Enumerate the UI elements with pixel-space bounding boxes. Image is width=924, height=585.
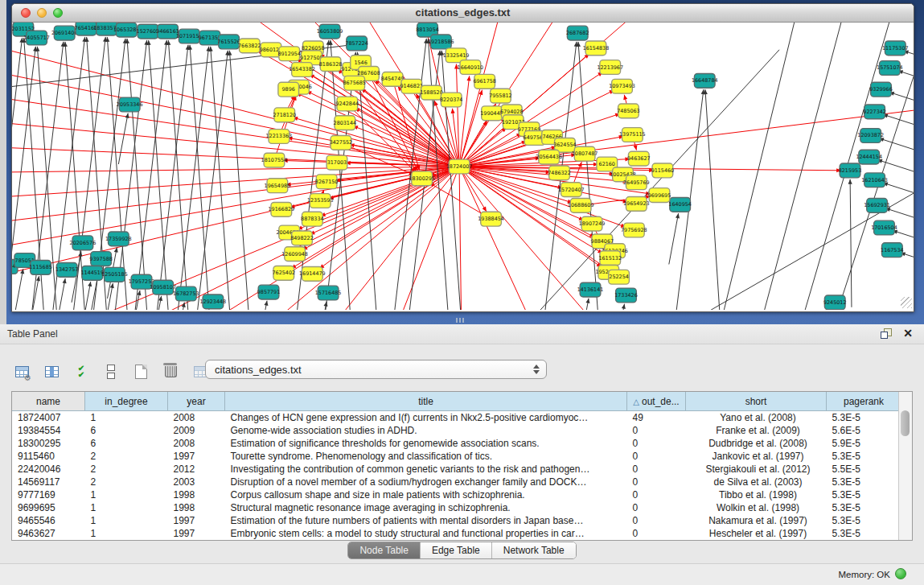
table-cell[interactable]: 5.3E-5 bbox=[827, 501, 901, 514]
table-cell[interactable]: 1998 bbox=[168, 488, 225, 501]
graph-node[interactable]: 9857791 bbox=[257, 285, 281, 299]
graph-node[interactable]: 1733426 bbox=[614, 288, 638, 303]
graph-node[interactable]: 15720407 bbox=[558, 183, 585, 197]
table-cell[interactable]: 18724007 bbox=[12, 411, 85, 425]
table-cell[interactable]: 5.3E-5 bbox=[827, 411, 901, 425]
table-cell[interactable]: Jankovic et al. (1997) bbox=[686, 450, 827, 463]
graph-node[interactable]: 79756928 bbox=[621, 223, 647, 237]
close-panel-icon[interactable]: ✕ bbox=[903, 327, 913, 340]
graph-node[interactable]: 17016504 bbox=[871, 220, 897, 235]
graph-node[interactable]: 19218586 bbox=[428, 35, 454, 49]
column-header-in_degree[interactable]: in_degree bbox=[85, 392, 168, 411]
table-cell[interactable]: 5.9E-5 bbox=[827, 437, 901, 450]
table-row[interactable]: 1938455462009Genome-wide association stu… bbox=[12, 424, 901, 437]
graph-node[interactable]: 9115460 bbox=[651, 163, 675, 178]
table-cell[interactable]: 1 bbox=[85, 488, 168, 501]
table-cell[interactable]: 1997 bbox=[168, 514, 225, 527]
graph-node[interactable]: 1144519 bbox=[80, 266, 104, 280]
graph-node[interactable]: 8912954 bbox=[277, 47, 301, 61]
table-cell[interactable]: Nakamura et al. (1997) bbox=[686, 514, 827, 527]
graph-edge[interactable] bbox=[341, 142, 414, 175]
table-cell[interactable]: 2012 bbox=[168, 463, 225, 476]
graph-node[interactable]: 7625402 bbox=[273, 266, 296, 280]
table-cell[interactable]: 5.3E-5 bbox=[827, 527, 901, 540]
graph-edge[interactable] bbox=[174, 47, 208, 310]
graph-edge[interactable] bbox=[55, 278, 65, 310]
graph-node[interactable]: 16053809 bbox=[317, 24, 343, 39]
graph-node[interactable]: 12353593 bbox=[307, 194, 334, 208]
table-cell[interactable]: 0 bbox=[627, 501, 686, 514]
graph-node[interactable]: 26495769 bbox=[623, 175, 650, 190]
graph-node[interactable]: 12213967 bbox=[597, 60, 623, 75]
float-panel-icon[interactable] bbox=[881, 328, 892, 339]
graph-node[interactable]: 252254 bbox=[609, 270, 630, 284]
toggle-rows-icon[interactable] bbox=[101, 361, 121, 382]
graph-node[interactable]: 12505185 bbox=[101, 267, 128, 282]
graph-node[interactable]: 8675685 bbox=[343, 76, 366, 90]
graph-node[interactable]: 11175307 bbox=[882, 41, 909, 56]
graph-node[interactable]: 8220374 bbox=[440, 93, 463, 107]
graph-node[interactable]: 16648784 bbox=[692, 73, 718, 88]
graph-node[interactable]: 8878334 bbox=[301, 212, 324, 226]
graph-node[interactable]: 7663822 bbox=[238, 39, 261, 53]
table-cell[interactable]: Disruption of a novel member of a sodium… bbox=[225, 476, 627, 488]
graph-edge[interactable] bbox=[669, 213, 679, 264]
graph-edge[interactable] bbox=[355, 83, 417, 171]
table-cell[interactable]: 0 bbox=[627, 488, 686, 501]
table-row[interactable]: 2242004622012Investigating the contribut… bbox=[12, 463, 901, 476]
table-cell[interactable]: 2009 bbox=[168, 424, 225, 437]
graph-node[interactable]: 20953346 bbox=[117, 97, 143, 112]
table-cell[interactable]: Estimation of the future numbers of pati… bbox=[225, 514, 627, 527]
graph-edge[interactable] bbox=[190, 45, 211, 310]
tab-node-table[interactable]: Node Table bbox=[348, 542, 421, 558]
graph-node[interactable]: 7615526 bbox=[217, 35, 240, 49]
graph-edge[interactable] bbox=[118, 113, 128, 164]
graph-node[interactable]: 10807487 bbox=[572, 146, 598, 161]
table-cell[interactable]: Corpus callosum shape and size in male p… bbox=[225, 488, 627, 501]
table-cell[interactable]: 0 bbox=[627, 424, 686, 437]
table-cell[interactable]: 0 bbox=[627, 476, 686, 488]
graph-node[interactable]: 9397588 bbox=[89, 252, 113, 266]
table-scrollbar-thumb[interactable] bbox=[901, 410, 910, 436]
graph-edge[interactable] bbox=[883, 183, 914, 196]
table-cell[interactable]: 5.3E-5 bbox=[827, 514, 901, 527]
graph-node[interactable]: 16210643 bbox=[861, 173, 888, 187]
graph-edge[interactable] bbox=[211, 47, 232, 310]
table-cell[interactable]: Estimation of significance thresholds fo… bbox=[225, 437, 627, 450]
graph-node[interactable]: 7485063 bbox=[617, 104, 640, 118]
table-cell[interactable]: Wolkin et al. (1998) bbox=[686, 501, 827, 514]
graph-node[interactable]: 18300295 bbox=[409, 171, 435, 186]
graph-node[interactable]: 1640954 bbox=[668, 198, 692, 212]
table-cell[interactable]: 5.3E-5 bbox=[827, 476, 901, 488]
graph-node[interactable]: 2803144 bbox=[334, 116, 357, 130]
graph-node[interactable]: 3427552 bbox=[330, 135, 353, 150]
table-row[interactable]: 946362711997Embryonic stem cells: a mode… bbox=[12, 527, 901, 540]
table-cell[interactable]: 5.6E-5 bbox=[827, 424, 901, 437]
table-cell[interactable]: 19384554 bbox=[12, 424, 85, 437]
graph-node[interactable]: 12213363 bbox=[266, 130, 293, 144]
graph-node[interactable]: 317003 bbox=[326, 155, 347, 170]
graph-node[interactable]: 1342757 bbox=[55, 263, 79, 278]
graph-node[interactable]: 9329966 bbox=[869, 82, 893, 97]
table-cell[interactable]: 2 bbox=[85, 463, 168, 476]
graph-edge[interactable] bbox=[459, 167, 462, 310]
delete-table-icon[interactable] bbox=[160, 361, 181, 382]
graph-node[interactable]: 16782753 bbox=[173, 286, 199, 301]
table-cell[interactable]: 2008 bbox=[168, 411, 225, 425]
table-cell[interactable]: 1 bbox=[85, 501, 168, 514]
graph-node[interactable]: 16154838 bbox=[583, 41, 610, 56]
table-cell[interactable]: 18300295 bbox=[12, 437, 85, 450]
table-row[interactable]: 1872400712008Changes of HCN gene express… bbox=[12, 411, 901, 425]
table-row[interactable]: 1830029562008Estimation of significance … bbox=[12, 437, 901, 450]
graph-edge[interactable] bbox=[12, 167, 459, 200]
graph-node[interactable]: 8267150 bbox=[315, 175, 339, 189]
new-table-icon[interactable] bbox=[130, 361, 151, 382]
table-settings-icon[interactable]: ⚙ bbox=[11, 361, 32, 382]
graph-node[interactable]: 20564436 bbox=[536, 150, 562, 164]
table-row[interactable]: 911546021997Tourette syndrome. Phenomeno… bbox=[12, 450, 901, 463]
table-cell[interactable]: 9465546 bbox=[12, 514, 85, 527]
table-cell[interactable]: 6 bbox=[85, 424, 168, 437]
table-row[interactable]: 1456911722003Disruption of a novel membe… bbox=[12, 476, 901, 488]
table-cell[interactable]: Investigating the contribution of common… bbox=[225, 463, 627, 476]
graph-edge[interactable] bbox=[716, 23, 803, 310]
